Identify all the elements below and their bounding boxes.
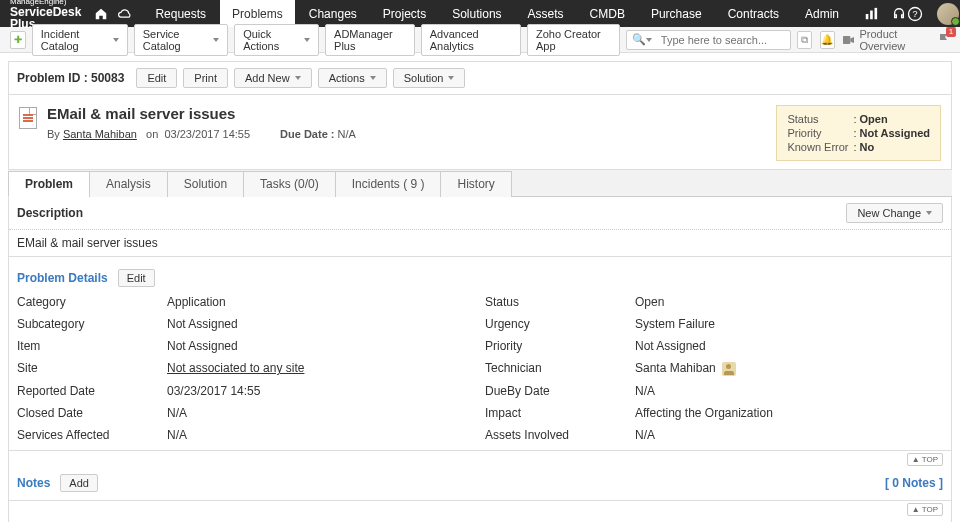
problem-title: EMail & mail server issues	[47, 105, 356, 122]
detail-key: Technician	[485, 361, 625, 376]
scan-icon[interactable]: ⧉	[797, 31, 812, 49]
nav-projects[interactable]: Projects	[371, 0, 438, 27]
user-icon[interactable]	[722, 362, 736, 376]
detail-value: 03/23/2017 14:55	[167, 384, 475, 398]
chart-icon[interactable]	[863, 6, 879, 22]
svg-rect-2	[875, 7, 878, 18]
status-key: Status	[787, 113, 853, 125]
nav-admin[interactable]: Admin	[793, 0, 851, 27]
top-label-2: TOP	[922, 505, 938, 514]
site-link[interactable]: Not associated to any site	[167, 361, 304, 375]
details-label: Problem Details	[17, 271, 108, 285]
chevron-down-icon	[213, 38, 219, 42]
detail-key: Site	[17, 361, 157, 376]
tab-incidents-[interactable]: Incidents ( 9 )	[335, 171, 442, 197]
product-overview-link[interactable]: Product Overview	[843, 28, 930, 52]
tab-history[interactable]: History	[440, 171, 511, 197]
description-label: Description	[17, 206, 83, 220]
nav-problems[interactable]: Problems	[220, 0, 295, 27]
zoho-button[interactable]: Zoho Creator App	[527, 24, 620, 56]
new-change-dropdown[interactable]: New Change	[846, 203, 943, 223]
tab-analysis[interactable]: Analysis	[89, 171, 168, 197]
detail-value: Affecting the Organization	[635, 406, 943, 420]
chevron-down-icon	[295, 76, 301, 80]
headset-icon[interactable]	[891, 6, 907, 22]
nav-contracts[interactable]: Contracts	[716, 0, 791, 27]
detail-value: System Failure	[635, 317, 943, 331]
nav-changes[interactable]: Changes	[297, 0, 369, 27]
title-meta: EMail & mail server issues By Santa Mahi…	[47, 105, 356, 161]
svg-rect-0	[866, 14, 869, 19]
detail-key: Status	[485, 295, 625, 309]
bell-icon[interactable]: 🔔	[820, 31, 835, 49]
svg-rect-1	[870, 10, 873, 19]
detail-key: Impact	[485, 406, 625, 420]
tab-solution[interactable]: Solution	[167, 171, 244, 197]
tab-tasks-[interactable]: Tasks (0/0)	[243, 171, 336, 197]
chevron-down-icon	[113, 38, 119, 42]
help-icon[interactable]: ?	[907, 6, 923, 22]
detail-key: Assets Involved	[485, 428, 625, 442]
top-button[interactable]: ▲ TOP	[907, 453, 943, 466]
svg-rect-5	[843, 35, 850, 43]
service-catalog-dropdown[interactable]: Service Catalog	[134, 24, 228, 56]
solution-label: Solution	[404, 72, 444, 84]
nav-cmdb[interactable]: CMDB	[578, 0, 637, 27]
details-grid: CategoryApplicationStatusOpenSubcategory…	[17, 295, 943, 442]
cloud-icon[interactable]	[117, 6, 133, 22]
nav-requests[interactable]: Requests	[143, 0, 218, 27]
due-value: N/A	[338, 128, 356, 140]
product-overview-label: Product Overview	[859, 28, 930, 52]
detail-value: N/A	[167, 428, 475, 442]
chevron-down-icon[interactable]	[646, 38, 652, 42]
quick-actions-dropdown[interactable]: Quick Actions	[234, 24, 319, 56]
detail-value: N/A	[635, 428, 943, 442]
chevron-down-icon	[304, 38, 310, 42]
edit-button[interactable]: Edit	[136, 68, 177, 88]
analytics-button[interactable]: Advanced Analytics	[421, 24, 521, 56]
quick-actions-label: Quick Actions	[243, 28, 299, 52]
by-label: By	[47, 128, 60, 140]
admanager-button[interactable]: ADManager Plus	[325, 24, 415, 56]
notifications-section: Notifications Notify	[8, 516, 952, 522]
actions-dropdown[interactable]: Actions	[318, 68, 387, 88]
detail-value: Not Assigned	[635, 339, 943, 353]
top-button-2[interactable]: ▲ TOP	[907, 503, 943, 516]
notes-label: Notes	[17, 476, 50, 490]
detail-key: Subcategory	[17, 317, 157, 331]
incident-catalog-dropdown[interactable]: Incident Catalog	[32, 24, 128, 56]
detail-key: Priority	[485, 339, 625, 353]
nav-assets[interactable]: Assets	[516, 0, 576, 27]
service-catalog-label: Service Catalog	[143, 28, 208, 52]
author-link[interactable]: Santa Mahiban	[63, 128, 137, 140]
new-change-label: New Change	[857, 207, 921, 219]
status-key: Known Error	[787, 141, 853, 153]
nav-solutions[interactable]: Solutions	[440, 0, 513, 27]
status-key: Priority	[787, 127, 853, 139]
detail-key: DueBy Date	[485, 384, 625, 398]
detail-key: Closed Date	[17, 406, 157, 420]
search-box: 🔍	[626, 30, 791, 50]
problem-id-label: Problem ID : 50083	[17, 71, 124, 85]
detail-value: Not associated to any site	[167, 361, 475, 376]
on-label: on	[146, 128, 158, 140]
notes-count[interactable]: [ 0 Notes ]	[885, 476, 943, 490]
tab-problem[interactable]: Problem	[8, 171, 90, 197]
top-label: TOP	[922, 455, 938, 464]
flag-icon[interactable]	[938, 33, 950, 47]
author-meta: By Santa Mahiban on 03/23/2017 14:55	[47, 128, 250, 140]
print-button[interactable]: Print	[183, 68, 228, 88]
detail-value: Open	[635, 295, 943, 309]
solution-dropdown[interactable]: Solution	[393, 68, 466, 88]
details-edit-button[interactable]: Edit	[118, 269, 155, 287]
search-icon[interactable]: 🔍	[632, 33, 646, 46]
add-note-button[interactable]: Add	[60, 474, 98, 492]
new-icon[interactable]: ✚	[10, 31, 26, 49]
nav-purchase[interactable]: Purchase	[639, 0, 714, 27]
add-new-dropdown[interactable]: Add New	[234, 68, 312, 88]
user-avatar[interactable]	[937, 3, 959, 25]
home-icon[interactable]	[93, 6, 109, 22]
action-bar: Problem ID : 50083 Edit Print Add New Ac…	[8, 61, 952, 95]
svg-text:?: ?	[912, 9, 917, 19]
status-val: No	[853, 141, 874, 153]
